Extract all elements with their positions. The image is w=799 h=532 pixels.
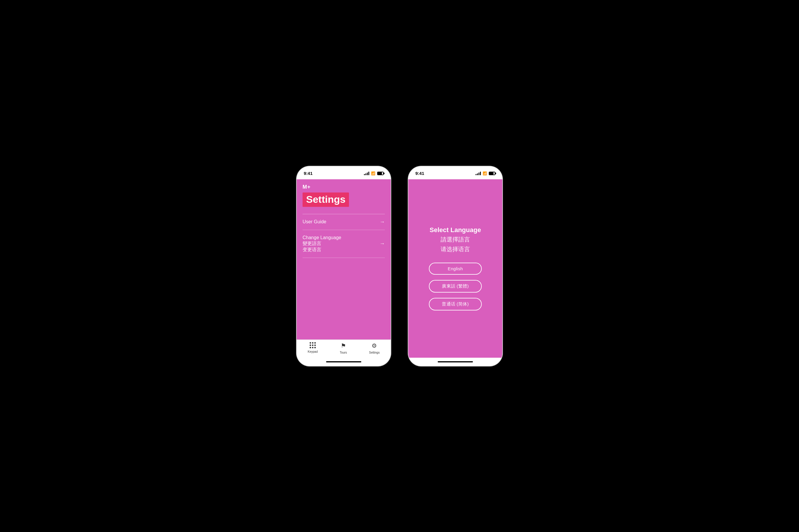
select-language-title: Select Language	[430, 226, 481, 234]
tours-label: Tours	[340, 351, 347, 354]
change-lang-line3: 变更语言	[303, 247, 341, 253]
mandarin-button[interactable]: 普通话 (简体)	[429, 298, 482, 310]
change-lang-line2: 變更語言	[303, 241, 341, 247]
screens-container: 9:41 📶 M+ Settings	[279, 149, 520, 383]
settings-icon: ⚙	[371, 342, 377, 349]
battery-icon-language	[489, 172, 495, 175]
select-language-container: Select Language 請選擇語言 请选择语言 English 廣東話 …	[414, 226, 496, 310]
menu-item-user-guide[interactable]: User Guide →	[303, 214, 385, 230]
wifi-icon-language: 📶	[483, 171, 487, 175]
wifi-icon-settings: 📶	[371, 171, 376, 175]
time-language: 9:41	[415, 171, 424, 176]
time-settings: 9:41	[304, 171, 312, 176]
select-language-subtitle2: 请选择语言	[441, 245, 470, 253]
user-guide-label: User Guide	[303, 219, 326, 225]
status-icons-language: 📶	[476, 171, 495, 175]
settings-tab-label: Settings	[369, 351, 380, 354]
tab-tours[interactable]: ⚑ Tours	[340, 342, 347, 354]
home-indicator-language	[408, 358, 502, 366]
home-bar-language	[438, 361, 473, 362]
status-icons-settings: 📶	[364, 171, 384, 175]
cantonese-button[interactable]: 廣東話 (繁體)	[429, 280, 482, 292]
language-body: Select Language 請選擇語言 请选择语言 English 廣東話 …	[408, 179, 502, 358]
home-indicator-settings	[297, 358, 391, 366]
status-bar-language: 9:41 📶	[408, 166, 502, 179]
tab-settings[interactable]: ⚙ Settings	[369, 342, 380, 354]
tours-icon: ⚑	[341, 342, 346, 349]
keypad-icon	[310, 342, 316, 348]
select-language-subtitle1: 請選擇語言	[441, 235, 470, 244]
menu-item-change-language[interactable]: Change Language 變更語言 变更语言 →	[303, 230, 385, 258]
change-lang-arrow: →	[380, 241, 385, 247]
settings-menu: User Guide → Change Language 變更語言 变更语言 →	[297, 214, 391, 340]
battery-icon-settings	[377, 172, 384, 175]
settings-header: M+ Settings	[297, 179, 391, 210]
home-bar-settings	[326, 361, 361, 362]
mplus-logo: M+	[303, 184, 385, 190]
tab-bar-settings: Keypad ⚑ Tours ⚙ Settings	[297, 340, 391, 358]
status-bar-settings: 9:41 📶	[297, 166, 391, 179]
settings-body: M+ Settings User Guide → Change Language	[297, 179, 391, 340]
tab-keypad[interactable]: Keypad	[308, 342, 318, 354]
phone-language: 9:41 📶 Select Language 請選擇語言 请选择语言 Engli…	[408, 166, 502, 366]
change-lang-line1: Change Language	[303, 235, 341, 241]
english-button[interactable]: English	[429, 263, 482, 275]
phone-settings: 9:41 📶 M+ Settings	[297, 166, 391, 366]
keypad-label: Keypad	[308, 350, 318, 353]
user-guide-arrow: →	[380, 219, 385, 225]
signal-icon-settings	[364, 172, 369, 175]
signal-icon-language	[476, 172, 481, 175]
settings-title: Settings	[303, 192, 349, 207]
